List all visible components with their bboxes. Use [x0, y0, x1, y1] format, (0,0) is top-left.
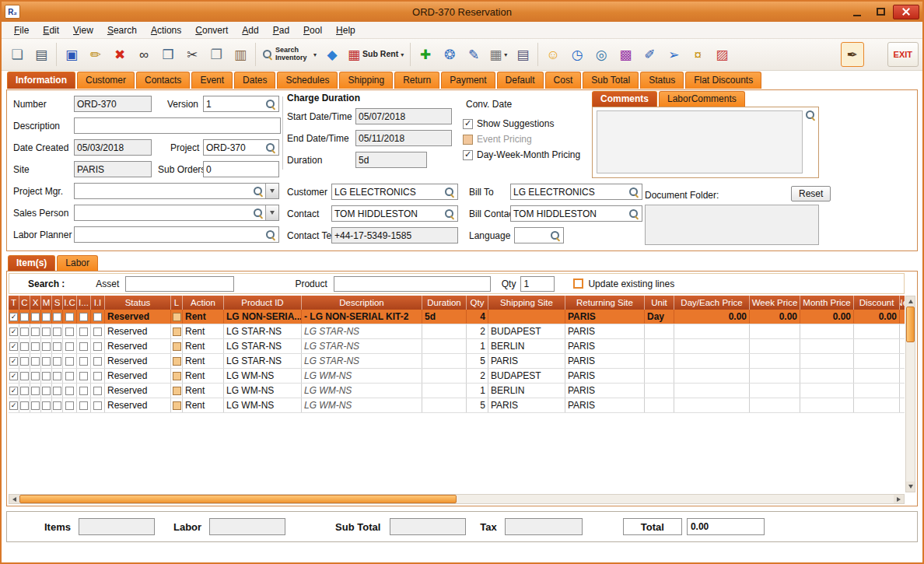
comments-tab-comments[interactable]: Comments	[592, 91, 657, 107]
sales-person-field[interactable]	[74, 205, 279, 221]
show-suggestions-box[interactable]	[463, 119, 473, 129]
project-mgr-dropdown[interactable]	[265, 184, 278, 198]
delete-button[interactable]: ✖	[108, 42, 131, 67]
row-check-c[interactable]	[20, 342, 29, 351]
tab-default[interactable]: Default	[497, 72, 544, 89]
smiley-button[interactable]: ☺	[541, 42, 565, 67]
menu-pool[interactable]: Pool	[297, 23, 328, 37]
row-check-c[interactable]	[20, 357, 29, 366]
find-button[interactable]: ∞	[132, 42, 156, 67]
version-field[interactable]: 1	[203, 96, 279, 112]
row-check-i-i[interactable]	[93, 342, 102, 351]
column-header-status[interactable]: Status	[105, 296, 171, 310]
row-check-m[interactable]	[42, 372, 51, 380]
notes-button[interactable]: ✐	[638, 42, 661, 67]
row-check-x[interactable]	[31, 342, 40, 351]
tab-customer[interactable]: Customer	[77, 72, 135, 89]
search-inventory-button-dropdown[interactable]: ▾	[313, 51, 317, 58]
tab-return[interactable]: Return	[394, 72, 439, 89]
grid-vertical-scrollbar[interactable]	[905, 296, 915, 492]
grid-row[interactable]: ReservedRentLG WM-NSLG WM-NS5PARISPARIS	[9, 398, 905, 413]
save-button[interactable]: ▣	[60, 42, 83, 67]
row-check-s[interactable]	[53, 328, 61, 336]
labor-planner-field[interactable]	[74, 226, 279, 243]
tab-information[interactable]: Information	[7, 72, 75, 89]
sub-rent-button-dropdown[interactable]: ▾	[401, 51, 404, 58]
row-check-i-c[interactable]	[65, 328, 74, 336]
row-check-s[interactable]	[53, 357, 61, 366]
row-check-t[interactable]	[9, 342, 18, 351]
grid-row[interactable]: ReservedRentLG STAR-NSLG STAR-NS2BUDAPES…	[9, 324, 905, 339]
sub-orders-field[interactable]: 0	[203, 161, 279, 177]
menu-edit[interactable]: Edit	[37, 23, 65, 37]
labor-total-field[interactable]	[209, 518, 285, 535]
comments-search-icon[interactable]	[805, 110, 816, 121]
scroll-down-button[interactable]	[906, 482, 915, 492]
labor-planner-search-icon[interactable]	[265, 229, 276, 240]
row-check-i-c[interactable]	[65, 313, 74, 321]
row-check-t[interactable]	[9, 387, 18, 395]
items-tab-labor[interactable]: Labor	[57, 255, 98, 271]
grid-row[interactable]: ReservedRentLG WM-NSLG WM-NS1BERLINPARIS	[9, 384, 905, 398]
row-check-m[interactable]	[42, 313, 51, 321]
menu-add[interactable]: Add	[236, 23, 264, 37]
row-check-i-i[interactable]	[93, 387, 102, 395]
language-field[interactable]	[514, 227, 564, 243]
row-check-i-c[interactable]	[65, 357, 74, 366]
items-total-field[interactable]	[79, 518, 155, 535]
grid-row[interactable]: ReservedRentLG STAR-NSLG STAR-NS1BERLINP…	[9, 339, 905, 354]
column-header-qty[interactable]: Qty	[467, 296, 488, 310]
start-date-field[interactable]: 05/07/2018	[355, 108, 452, 124]
tab-payment[interactable]: Payment	[441, 72, 495, 89]
row-check-c[interactable]	[20, 372, 29, 380]
row-check-s[interactable]	[53, 342, 61, 351]
row-check-i-c[interactable]	[65, 342, 74, 351]
row-check-x[interactable]	[31, 328, 40, 336]
bill-to-field[interactable]: LG ELECTRONICS	[510, 184, 642, 200]
pool-button[interactable]: ❂	[438, 42, 461, 67]
hscroll-thumb[interactable]	[19, 495, 457, 503]
grid-horizontal-scrollbar[interactable]	[9, 494, 905, 504]
tab-shipping[interactable]: Shipping	[339, 72, 393, 89]
export-button[interactable]: ➢	[662, 42, 685, 67]
tab-sub-total[interactable]: Sub Total	[583, 72, 639, 89]
project-mgr-search-icon[interactable]	[253, 186, 264, 197]
row-check-s[interactable]	[53, 387, 61, 395]
event-pricing-checkbox[interactable]: Event Pricing	[463, 134, 532, 145]
day-week-month-checkbox[interactable]: Day-Week-Month Pricing	[463, 149, 580, 160]
availability-button-dropdown[interactable]: ▾	[504, 51, 507, 58]
number-field[interactable]: ORD-370	[74, 96, 152, 112]
new-document-button[interactable]: ❏	[5, 42, 29, 67]
comments-tab-laborcomments[interactable]: LaborComments	[659, 91, 745, 107]
customer-field[interactable]: LG ELECTRONICS	[331, 184, 458, 200]
items-tab-item-s[interactable]: Item(s)	[8, 255, 55, 271]
contact-tel-field[interactable]: +44-17-5349-1585	[331, 227, 458, 243]
blocks-button[interactable]: ▨	[710, 42, 733, 67]
end-date-field[interactable]: 05/11/2018	[355, 130, 452, 146]
update-existing-checkbox[interactable]	[573, 278, 583, 289]
sub-rent-button[interactable]: ▦Sub Rent▾	[345, 42, 407, 67]
row-check-i-i[interactable]	[93, 328, 102, 336]
row-check-i-c[interactable]	[65, 387, 74, 395]
total-field[interactable]: 0.00	[687, 518, 765, 535]
document-folder-box[interactable]	[645, 205, 819, 245]
row-check-i[interactable]	[79, 342, 88, 351]
paste-button[interactable]: ▥	[229, 42, 252, 67]
version-search-icon[interactable]	[265, 99, 276, 110]
column-header-week-price[interactable]: Week Price	[750, 296, 800, 310]
row-check-x[interactable]	[31, 387, 40, 395]
column-header-ne[interactable]: Ne...	[900, 296, 905, 310]
menu-search[interactable]: Search	[101, 23, 143, 37]
project-mgr-field[interactable]	[74, 183, 279, 199]
cubes-button[interactable]: ▩	[614, 42, 637, 67]
copy-button[interactable]: ❐	[205, 42, 228, 67]
time-button[interactable]: ◷	[565, 42, 589, 67]
row-check-i[interactable]	[79, 357, 88, 366]
row-check-t[interactable]	[9, 401, 18, 410]
inventory-item-button[interactable]: ◆	[320, 42, 344, 67]
exit-button[interactable]: EXIT	[887, 42, 919, 67]
column-header-description[interactable]: Description	[302, 296, 422, 310]
tax-field[interactable]	[505, 518, 583, 535]
column-header-s[interactable]: S	[52, 296, 63, 310]
contact-field[interactable]: TOM HIDDLESTON	[331, 205, 458, 222]
